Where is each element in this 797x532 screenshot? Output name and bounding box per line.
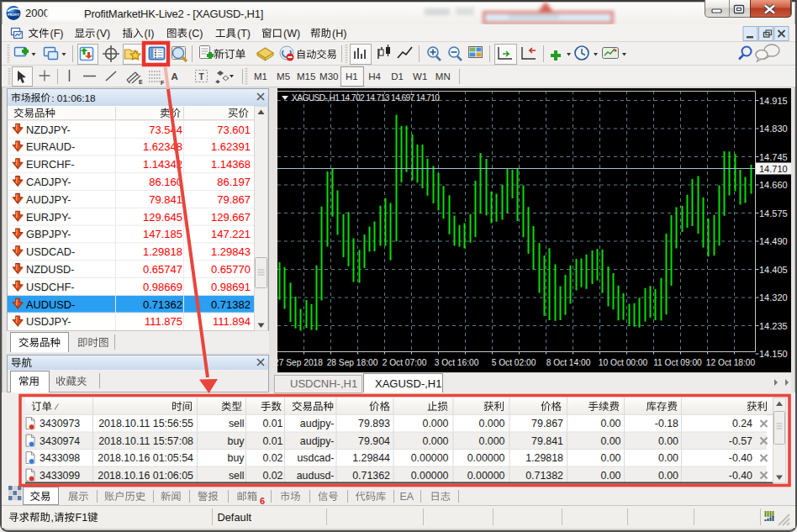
svg-text:0.00000: 0.00000 <box>411 452 449 464</box>
svg-text:1.29843: 1.29843 <box>211 245 251 258</box>
svg-text:0.24: 0.24 <box>732 418 752 429</box>
svg-text:0.00000: 0.00000 <box>411 470 449 482</box>
svg-text:AUDJPY-: AUDJPY- <box>26 193 71 206</box>
svg-text:sell: sell <box>229 470 245 482</box>
svg-text:79.867: 79.867 <box>217 193 251 206</box>
svg-text:AUDUSD-: AUDUSD- <box>26 298 75 311</box>
svg-text:0.000: 0.000 <box>422 418 448 429</box>
svg-text:0.02: 0.02 <box>262 452 282 464</box>
svg-text:14.830: 14.830 <box>759 124 788 134</box>
svg-text:0.00: 0.00 <box>600 418 620 429</box>
svg-text:buy: buy <box>228 452 245 464</box>
svg-text:CADJPY-: CADJPY- <box>26 176 71 188</box>
svg-text:XAGUSD-,H1 14.702 14.713 14.6: XAGUSD-,H1 14.702 14.713 14.697 14.710 <box>292 93 440 103</box>
svg-text:EA: EA <box>400 491 414 503</box>
svg-text:2018.10.11 15:56:55: 2018.10.11 15:56:55 <box>98 418 193 429</box>
svg-text:12 Oct 18:00: 12 Oct 18:00 <box>706 358 756 367</box>
svg-text:0.71362: 0.71362 <box>352 470 390 482</box>
svg-text:usdcad-: usdcad- <box>297 452 334 464</box>
svg-text:D1: D1 <box>391 71 404 82</box>
svg-text:79.893: 79.893 <box>358 418 390 429</box>
svg-text:27 Sep 2018: 27 Sep 2018 <box>274 358 323 367</box>
svg-text:buy: buy <box>228 435 245 447</box>
svg-text:0.98669: 0.98669 <box>143 281 182 293</box>
svg-text:2018.10.11 15:57:08: 2018.10.11 15:57:08 <box>98 435 193 447</box>
svg-text:1.29818: 1.29818 <box>525 452 563 464</box>
svg-text:USDJPY-: USDJPY- <box>26 315 71 328</box>
svg-text:147.185: 147.185 <box>143 228 182 240</box>
svg-text:0.65747: 0.65747 <box>143 263 182 276</box>
svg-text:111.894: 111.894 <box>213 315 251 328</box>
svg-text:14.150: 14.150 <box>759 349 788 359</box>
svg-text:79.841: 79.841 <box>531 435 563 447</box>
svg-text:W1: W1 <box>413 71 427 82</box>
svg-text:E: E <box>139 79 143 85</box>
svg-text:audjpy-: audjpy- <box>300 418 335 429</box>
svg-text:0.00: 0.00 <box>600 452 620 464</box>
svg-text:XAGUSD-,H1: XAGUSD-,H1 <box>375 377 441 390</box>
svg-text:73.601: 73.601 <box>217 124 251 136</box>
svg-text:5 Oct 02:00: 5 Oct 02:00 <box>492 358 536 367</box>
svg-text:(T): (T) <box>237 28 251 40</box>
svg-text:3433098: 3433098 <box>40 452 80 464</box>
svg-text:0.71382: 0.71382 <box>525 470 563 482</box>
svg-text:3430974: 3430974 <box>40 435 80 447</box>
svg-text:0.71362: 0.71362 <box>143 298 182 311</box>
svg-text:M30: M30 <box>319 71 338 82</box>
svg-text:0.71382: 0.71382 <box>211 298 251 311</box>
svg-text:T: T <box>199 72 204 82</box>
svg-text:79.904: 79.904 <box>358 435 390 447</box>
svg-text:-0.57: -0.57 <box>729 435 752 447</box>
svg-text:F1: F1 <box>76 512 88 524</box>
svg-text:(C): (C) <box>188 28 203 40</box>
svg-text:2018.10.16 01:05:54: 2018.10.16 01:05:54 <box>98 452 193 464</box>
svg-text:10 Oct 00:00: 10 Oct 00:00 <box>599 358 648 367</box>
svg-text:USDCAD-: USDCAD- <box>26 245 75 258</box>
svg-text:0.00000: 0.00000 <box>467 452 505 464</box>
svg-text:audusd-: audusd- <box>297 470 335 482</box>
svg-text:14.660: 14.660 <box>759 180 788 190</box>
svg-text:14.235: 14.235 <box>759 321 788 331</box>
svg-text:3430973: 3430973 <box>40 418 80 429</box>
svg-text:-0.40: -0.40 <box>729 470 752 482</box>
svg-text:(V): (V) <box>97 28 111 40</box>
svg-text:USDCNH-,H1: USDCNH-,H1 <box>290 377 357 390</box>
svg-text:,: , <box>51 512 54 524</box>
svg-text:14.320: 14.320 <box>759 292 788 303</box>
svg-text:14.710: 14.710 <box>759 164 788 174</box>
svg-text:EURCHF-: EURCHF- <box>26 158 75 171</box>
svg-text:86.160: 86.160 <box>149 176 182 188</box>
svg-text:28 Sep 18:00: 28 Sep 18:00 <box>327 358 378 367</box>
svg-text:NZDUSD-: NZDUSD- <box>26 263 75 276</box>
svg-text:79.867: 79.867 <box>531 418 563 429</box>
svg-text:14.490: 14.490 <box>759 236 788 246</box>
svg-text:14.575: 14.575 <box>759 208 788 219</box>
svg-text:F: F <box>161 80 165 86</box>
svg-text:147.221: 147.221 <box>211 228 251 240</box>
svg-text:1.62391: 1.62391 <box>211 140 251 153</box>
svg-text:3433099: 3433099 <box>40 470 80 482</box>
svg-text:0.65770: 0.65770 <box>211 263 251 276</box>
svg-text:0.000: 0.000 <box>478 435 504 447</box>
svg-text:0.00: 0.00 <box>658 435 678 447</box>
svg-text:0.98691: 0.98691 <box>211 281 251 293</box>
svg-text:EURAUD-: EURAUD- <box>26 140 75 153</box>
svg-text:2018.10.16 01:06:05: 2018.10.16 01:06:05 <box>98 470 193 482</box>
svg-text:audjpy-: audjpy- <box>300 435 335 447</box>
svg-text:(I): (I) <box>145 28 155 40</box>
svg-text:0.000: 0.000 <box>422 435 448 447</box>
svg-text:0.01: 0.01 <box>262 418 282 429</box>
svg-text:M1: M1 <box>254 71 267 82</box>
svg-text:14.745: 14.745 <box>759 152 788 162</box>
svg-text:A: A <box>172 71 178 82</box>
svg-text:79.841: 79.841 <box>149 193 182 206</box>
svg-text:1.29844: 1.29844 <box>352 452 390 464</box>
svg-text:0.00: 0.00 <box>658 470 678 482</box>
svg-text:14.405: 14.405 <box>759 265 788 275</box>
svg-text:(F): (F) <box>50 28 64 40</box>
svg-text:(H): (H) <box>332 28 346 40</box>
svg-text:0.000: 0.000 <box>478 418 504 429</box>
svg-text:1.14368: 1.14368 <box>211 158 251 171</box>
svg-text:H4: H4 <box>368 71 381 82</box>
svg-text:-0.18: -0.18 <box>655 418 678 429</box>
